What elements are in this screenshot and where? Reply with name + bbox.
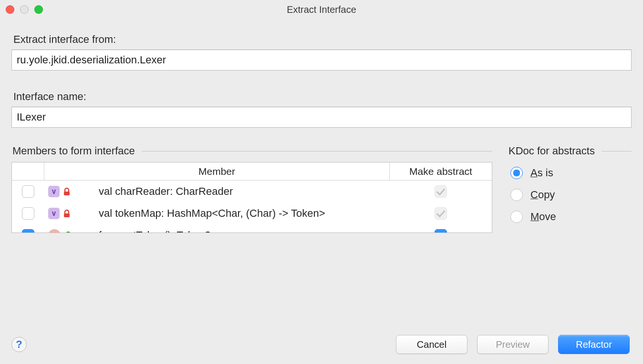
- col-header-member: Member: [44, 162, 390, 180]
- heading-rule: [602, 151, 632, 152]
- kdoc-radio-group: As isCopyMove: [508, 162, 632, 228]
- select-member-checkbox[interactable]: [22, 185, 34, 198]
- make-abstract-checkbox[interactable]: [435, 229, 447, 233]
- radio-button[interactable]: [510, 167, 523, 179]
- members-group-heading-text: Members to form interface: [12, 145, 135, 157]
- radio-button[interactable]: [510, 189, 523, 201]
- dialog-buttons: ? Cancel Preview Refactor: [0, 325, 643, 364]
- svg-rect-1: [64, 213, 70, 217]
- members-table-header: Member Make abstract: [12, 162, 492, 181]
- dialog-window: Extract Interface Extract interface from…: [0, 0, 643, 364]
- interface-name-label: Interface name:: [13, 91, 630, 103]
- members-table: Member Make abstract v val charReader: C…: [11, 162, 492, 233]
- kdoc-option-asis[interactable]: As is: [508, 162, 632, 184]
- select-member-checkbox[interactable]: [22, 229, 34, 233]
- select-member-checkbox[interactable]: [22, 207, 34, 220]
- interface-name-input[interactable]: [11, 107, 632, 128]
- kdoc-option-copy[interactable]: Copy: [508, 184, 632, 206]
- member-signature: fun nextToken(): Token?: [99, 229, 210, 233]
- col-header-select: [12, 162, 44, 180]
- table-row[interactable]: m fun nextToken(): Token?: [12, 224, 492, 233]
- preview-button[interactable]: Preview: [477, 335, 549, 354]
- dialog-content: Extract interface from: Interface name: …: [0, 19, 643, 325]
- svg-rect-0: [64, 192, 70, 195]
- radio-button[interactable]: [510, 211, 523, 223]
- help-button[interactable]: ?: [11, 337, 27, 352]
- method-icon: m: [48, 229, 61, 233]
- make-abstract-checkbox: [435, 207, 447, 220]
- value-icon: v: [48, 208, 60, 219]
- private-visibility-icon: [62, 187, 71, 196]
- private-visibility-icon: [62, 209, 71, 218]
- kdoc-group-heading: KDoc for abstracts: [508, 145, 632, 157]
- kdoc-group-heading-text: KDoc for abstracts: [508, 145, 595, 157]
- members-rows: v val charReader: CharReaderv val tokenM…: [12, 181, 492, 233]
- value-icon: v: [48, 186, 60, 197]
- radio-label: Move: [530, 211, 556, 223]
- refactor-button[interactable]: Refactor: [558, 335, 630, 354]
- col-header-make-abstract: Make abstract: [390, 162, 492, 180]
- make-abstract-checkbox: [435, 185, 447, 198]
- titlebar: Extract Interface: [0, 0, 643, 19]
- member-signature: val tokenMap: HashMap<Char, (Char) -> To…: [99, 207, 325, 220]
- member-signature: val charReader: CharReader: [99, 185, 233, 198]
- heading-rule: [142, 151, 492, 152]
- extract-from-label: Extract interface from:: [13, 33, 630, 46]
- window-title: Extract Interface: [0, 4, 643, 15]
- table-row[interactable]: v val tokenMap: HashMap<Char, (Char) -> …: [12, 202, 492, 224]
- kdoc-option-move[interactable]: Move: [508, 206, 632, 228]
- members-group-heading: Members to form interface: [12, 145, 492, 157]
- radio-label: As is: [530, 167, 553, 179]
- radio-label: Copy: [530, 189, 555, 201]
- cancel-button[interactable]: Cancel: [396, 335, 467, 354]
- table-row[interactable]: v val charReader: CharReader: [12, 181, 492, 202]
- extract-from-input[interactable]: [11, 50, 632, 71]
